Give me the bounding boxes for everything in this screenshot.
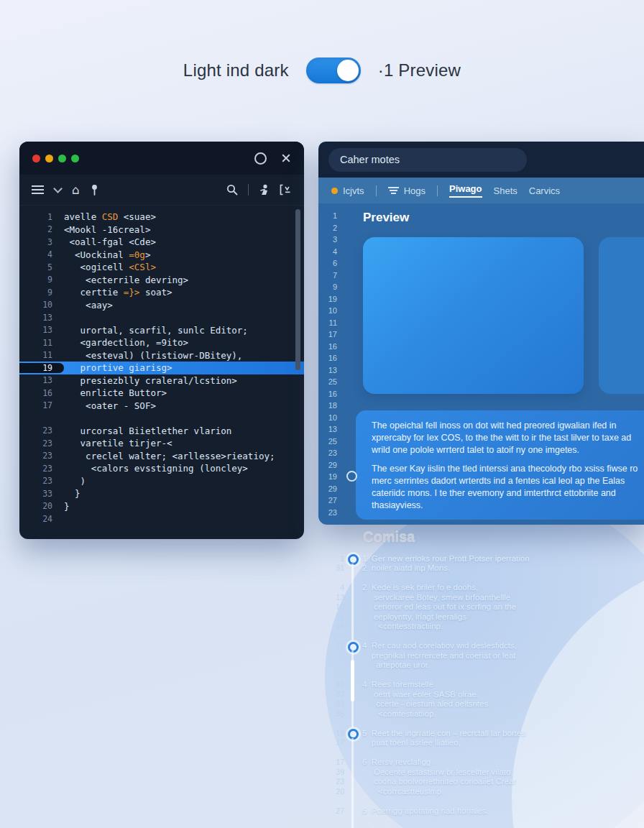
list-line-number: 20 bbox=[318, 787, 351, 796]
list-line-number: 17 bbox=[318, 641, 351, 650]
preview-label: ·1 Preview bbox=[378, 60, 461, 80]
tab[interactable]: Hogs bbox=[388, 185, 438, 196]
code-line: 16 enrlicte Buttor> bbox=[19, 387, 304, 400]
code-seg: presiezblly craleral/lcstion> bbox=[64, 375, 237, 386]
list-line-number: 10 bbox=[318, 602, 351, 611]
gutter-line-number: 11 bbox=[318, 318, 346, 331]
tab[interactable]: Piwago bbox=[449, 183, 482, 198]
line-number: 2 bbox=[19, 224, 64, 234]
code-text: urortal, scarfil, sunlc Editor; bbox=[64, 325, 248, 336]
gutter-line-number: 18 bbox=[318, 401, 346, 413]
list-item-text: Oj)) bbox=[351, 825, 644, 828]
line-number: 13 bbox=[19, 325, 64, 335]
circle-icon[interactable] bbox=[254, 152, 267, 165]
code-seg: <oater - SOF> bbox=[64, 400, 156, 411]
preview-card-secondary[interactable] bbox=[599, 237, 644, 394]
line-number: 23 bbox=[19, 476, 64, 486]
line-number: 13 bbox=[19, 313, 64, 323]
description-paragraph: The opeichal fell inoss on dot witt hed … bbox=[372, 420, 644, 456]
tab-label: Hogs bbox=[404, 185, 426, 196]
code-seg: > bbox=[145, 249, 151, 260]
search-icon[interactable] bbox=[226, 184, 238, 196]
tab[interactable]: Carvics bbox=[529, 185, 560, 196]
list-item-text: <contesstractiinp. bbox=[351, 622, 644, 632]
gutter-line-number: 16 bbox=[318, 390, 346, 402]
traffic-lights bbox=[32, 155, 79, 162]
theme-toggle-switch[interactable] bbox=[306, 58, 361, 83]
gutter-line-number: 3 bbox=[318, 235, 346, 247]
code-text: enrlicte Buttor> bbox=[64, 387, 167, 398]
close-traffic-light[interactable] bbox=[32, 155, 40, 162]
code-line: 4 <Uockinal =0g> bbox=[19, 249, 304, 262]
gutter-line-number: 13 bbox=[318, 366, 346, 378]
gutter-line-number: 10 bbox=[318, 413, 346, 426]
tab[interactable]: Icjvts bbox=[331, 185, 377, 196]
list-item: 20 <corrcastteuslmp. bbox=[318, 786, 644, 796]
home-icon[interactable]: ⌂ bbox=[72, 184, 80, 196]
gutter-line-number: 19 bbox=[318, 295, 346, 307]
code-text: ) bbox=[64, 476, 86, 487]
line-number: 13 bbox=[19, 375, 64, 385]
hamburger-icon[interactable] bbox=[32, 185, 44, 194]
code-seg: varetile tirjer-< bbox=[64, 438, 172, 448]
list-item: 31 2 noiler aiatd inp Mons. bbox=[318, 564, 644, 574]
extra-traffic-light[interactable] bbox=[71, 155, 79, 162]
tab[interactable]: Shets bbox=[494, 185, 518, 196]
close-icon[interactable] bbox=[281, 153, 291, 163]
person-icon[interactable] bbox=[259, 184, 270, 196]
gutter-line-number: 7 bbox=[318, 271, 346, 283]
code-seg: prortive giarisg> bbox=[64, 362, 172, 373]
code-line: 3 <oall-fgal <Cde> bbox=[19, 236, 304, 249]
code-text: } bbox=[64, 488, 80, 499]
line-number: 23 bbox=[19, 438, 64, 448]
line-number: 33 bbox=[19, 489, 64, 499]
code-seg-orange: CSD bbox=[102, 211, 119, 222]
list-item-text: 1 Ger new errloks rour Prott Potser iper… bbox=[351, 553, 644, 564]
zoom-traffic-light[interactable] bbox=[58, 155, 66, 162]
layout-grid-icon[interactable] bbox=[280, 184, 292, 196]
chevron-down-icon[interactable] bbox=[53, 184, 63, 193]
code-line: 13 urortal, scarfil, sunlc Editor; bbox=[19, 324, 304, 337]
code-text: creclel walter; <arllesse>rieatioy; bbox=[64, 451, 275, 461]
scrollbar-thumb[interactable] bbox=[295, 209, 300, 370]
code-seg: avelle bbox=[64, 211, 102, 222]
list-item: 17 puat toenl asrlee lliatieo, bbox=[318, 738, 644, 748]
pin-icon[interactable] bbox=[91, 184, 98, 196]
list-item bbox=[318, 796, 644, 806]
toggle-knob[interactable] bbox=[337, 60, 359, 81]
gutter-line-number: 16 bbox=[318, 342, 346, 354]
editor-toolbar: ⌂ bbox=[19, 175, 304, 206]
page: { "page": { "toggle_label": "Light ind d… bbox=[0, 0, 644, 828]
list-line-number: 23 bbox=[318, 777, 351, 786]
list-item: 23 coona boolvorrethrilteo corioaiiet Cr… bbox=[318, 777, 644, 787]
list-scrollbar-thumb[interactable] bbox=[351, 660, 354, 702]
list-line-number: 31 bbox=[318, 564, 351, 572]
gutter-line-number: 10 bbox=[318, 306, 346, 318]
list-item: 39 Oecente estastsirw br lescelfter vila… bbox=[318, 767, 644, 777]
line-number: 24 bbox=[19, 514, 64, 524]
code-seg: <calors evsstigning (loncley> bbox=[64, 463, 248, 474]
list-item-text: 2 Kede is sek briler fo e doohs, bbox=[351, 583, 644, 593]
code-area[interactable]: 1 avelle CSD <suae> 2 <Mookl -16creal> 3… bbox=[19, 206, 304, 525]
code-seg: urcorsal Biietlether vlarion bbox=[64, 426, 231, 436]
line-number: 1 bbox=[19, 212, 64, 222]
list-item: 15 eeployntty, lrlagt leeraligs bbox=[318, 612, 644, 622]
tab-bar: Icjvts Hogs Piwago Shets Carvics bbox=[318, 178, 644, 203]
code-seg: <oall-fgal <Cde> bbox=[64, 236, 156, 247]
tab-label: Carvics bbox=[529, 185, 560, 196]
list-item-text: pregnikal recrrercete and coeriat or lea… bbox=[351, 650, 644, 661]
panel-gutter: 1 2 3 4 6 7 9 19 10 11 17 16 bbox=[318, 211, 346, 520]
code-seg: } bbox=[64, 488, 80, 499]
code-seg: creclel walter; <arllesse>rieatioy; bbox=[64, 451, 275, 461]
list-line-number: 27 bbox=[318, 806, 351, 815]
line-number: 3 bbox=[19, 237, 64, 247]
comisa-title: Comisa bbox=[363, 528, 644, 545]
minimize-traffic-light[interactable] bbox=[45, 155, 53, 162]
search-input[interactable] bbox=[328, 148, 527, 172]
preview-card-primary[interactable] bbox=[363, 237, 584, 394]
line-number: 5 bbox=[19, 262, 64, 272]
list-item: 17 6 Rersv revclafigg bbox=[318, 758, 644, 768]
radio-indicator[interactable] bbox=[346, 471, 357, 482]
tab-icon bbox=[388, 187, 399, 195]
list-line-number: 37 bbox=[318, 690, 351, 699]
